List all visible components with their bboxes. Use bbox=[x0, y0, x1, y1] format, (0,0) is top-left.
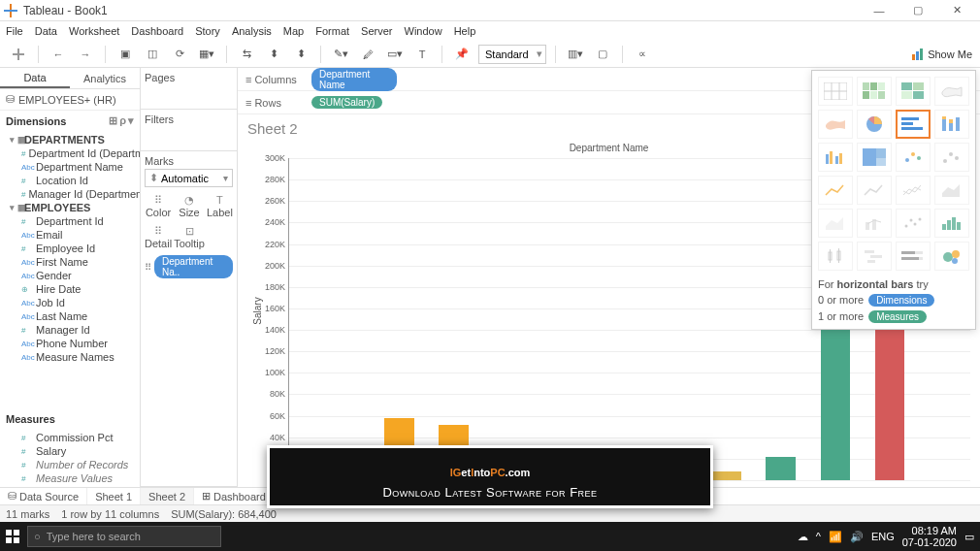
table-employees[interactable]: ▾ ▦EMPLOYEES bbox=[0, 201, 140, 214]
totals-icon[interactable]: ▭▾ bbox=[384, 44, 406, 65]
field-email[interactable]: AbcEmail bbox=[0, 228, 140, 242]
start-button[interactable] bbox=[6, 530, 19, 543]
field-hire-date[interactable]: ⊕Hire Date bbox=[0, 282, 140, 296]
pages-card[interactable]: Pages bbox=[141, 68, 237, 110]
menu-icon[interactable]: ▾ bbox=[128, 114, 134, 127]
highlight-icon[interactable]: ✎▾ bbox=[330, 44, 351, 65]
field-manager-id-dep[interactable]: #Manager Id (Departments) bbox=[0, 187, 140, 201]
field-measure-names[interactable]: AbcMeasure Names bbox=[0, 350, 140, 364]
tableau-icon[interactable] bbox=[8, 44, 29, 65]
sm-scatter[interactable] bbox=[896, 209, 931, 238]
sm-line-disc[interactable] bbox=[857, 176, 892, 205]
tray-notifications-icon[interactable]: ▭ bbox=[964, 531, 974, 543]
sm-box-plot[interactable] bbox=[818, 242, 853, 271]
redo-icon[interactable]: → bbox=[75, 44, 96, 65]
sm-stacked-bar[interactable] bbox=[934, 110, 969, 139]
tray-onedrive-icon[interactable]: ☁ bbox=[798, 531, 808, 543]
marks-size[interactable]: ◔Size bbox=[174, 191, 205, 220]
field-manager-id[interactable]: #Manager Id bbox=[0, 323, 140, 337]
menu-analysis[interactable]: Analysis bbox=[232, 25, 272, 37]
field-last-name[interactable]: AbcLast Name bbox=[0, 309, 140, 323]
group-icon[interactable]: 🖉 bbox=[357, 44, 378, 65]
share-icon[interactable]: ∝ bbox=[632, 44, 653, 65]
sm-circle-views[interactable] bbox=[896, 143, 931, 172]
measure-salary[interactable]: #Salary bbox=[0, 444, 140, 458]
sm-treemap[interactable] bbox=[857, 143, 892, 172]
menu-worksheet[interactable]: Worksheet bbox=[69, 25, 119, 37]
marks-label[interactable]: TLabel bbox=[207, 191, 233, 220]
field-gender[interactable]: AbcGender bbox=[0, 269, 140, 282]
measure-values[interactable]: #Measure Values bbox=[0, 471, 140, 485]
fit-select[interactable]: Standard bbox=[478, 45, 546, 64]
tab-sheet1[interactable]: Sheet 1 bbox=[87, 488, 141, 504]
sm-highlight-table[interactable] bbox=[896, 77, 931, 106]
table-departments[interactable]: ▾ ▦DEPARTMENTS bbox=[0, 133, 140, 146]
view-icon[interactable]: ⊞ bbox=[109, 114, 117, 127]
tab-data[interactable]: Data bbox=[0, 68, 70, 88]
sm-bullet[interactable] bbox=[896, 242, 931, 271]
tab-analytics[interactable]: Analytics bbox=[70, 68, 140, 88]
marks-color[interactable]: ⠿Color bbox=[145, 191, 172, 220]
undo-icon[interactable]: ← bbox=[48, 44, 69, 65]
swap-icon[interactable]: ⇆ bbox=[236, 44, 257, 65]
sm-pie[interactable] bbox=[857, 110, 892, 139]
columns-pill[interactable]: Department Name bbox=[311, 68, 397, 91]
sm-side-circle[interactable] bbox=[934, 143, 969, 172]
sm-dual-combo[interactable] bbox=[857, 209, 892, 238]
sm-packed-bubbles[interactable] bbox=[934, 242, 969, 271]
field-department-id[interactable]: #Department Id bbox=[0, 214, 140, 228]
menu-help[interactable]: Help bbox=[454, 25, 476, 37]
taskbar-search[interactable]: ○Type here to search bbox=[27, 526, 221, 547]
search-icon[interactable]: ρ bbox=[119, 114, 126, 127]
menu-format[interactable]: Format bbox=[315, 25, 349, 37]
tray-sound-icon[interactable]: 🔊 bbox=[850, 531, 864, 543]
sm-dual-line[interactable] bbox=[896, 176, 931, 205]
sm-side-bar[interactable] bbox=[818, 143, 853, 172]
field-department-id-dep[interactable]: #Department Id (Departm.. bbox=[0, 146, 140, 160]
sm-heat-map[interactable] bbox=[857, 77, 892, 106]
bar[interactable] bbox=[875, 315, 905, 480]
menu-file[interactable]: File bbox=[6, 25, 23, 37]
field-employee-id[interactable]: #Employee Id bbox=[0, 242, 140, 255]
new-worksheet-icon[interactable]: ▦▾ bbox=[196, 44, 217, 65]
measure-number-of-records[interactable]: #Number of Records bbox=[0, 458, 140, 471]
bar[interactable] bbox=[766, 457, 796, 480]
sm-filled-map[interactable] bbox=[818, 110, 853, 139]
filters-card[interactable]: Filters bbox=[141, 110, 237, 151]
presentation-icon[interactable]: ▢ bbox=[592, 44, 613, 65]
tray-wifi-icon[interactable]: 📶 bbox=[829, 531, 842, 543]
field-job-id[interactable]: AbcJob Id bbox=[0, 296, 140, 309]
tray-clock[interactable]: 08:19 AM07-01-2020 bbox=[902, 525, 957, 548]
new-datasource-icon[interactable]: ◫ bbox=[142, 44, 163, 65]
sm-area-cont[interactable] bbox=[934, 176, 969, 205]
tray-chevron-icon[interactable]: ^ bbox=[816, 531, 821, 542]
sm-line-cont[interactable] bbox=[818, 176, 853, 205]
sort-asc-icon[interactable]: ⬍ bbox=[263, 44, 284, 65]
sm-symbol-map[interactable] bbox=[934, 77, 969, 106]
refresh-icon[interactable]: ⟳ bbox=[169, 44, 190, 65]
sm-histogram[interactable] bbox=[934, 209, 969, 238]
maximize-button[interactable]: ▢ bbox=[898, 1, 937, 20]
showhide-icon[interactable]: ▥▾ bbox=[565, 44, 586, 65]
save-icon[interactable]: ▣ bbox=[114, 44, 136, 65]
sm-area-disc[interactable] bbox=[818, 209, 853, 238]
menu-story[interactable]: Story bbox=[195, 25, 220, 37]
menu-map[interactable]: Map bbox=[283, 25, 304, 37]
pin-icon[interactable]: 📌 bbox=[451, 44, 473, 65]
sm-gantt[interactable] bbox=[857, 242, 892, 271]
sort-desc-icon[interactable]: ⬍ bbox=[290, 44, 311, 65]
bar[interactable] bbox=[711, 471, 741, 480]
close-button[interactable]: ✕ bbox=[937, 1, 976, 20]
field-phone-number[interactable]: AbcPhone Number bbox=[0, 337, 140, 350]
field-department-name[interactable]: AbcDepartment Name bbox=[0, 160, 140, 174]
marks-pill[interactable]: ⠿Department Na.. bbox=[145, 255, 233, 278]
menu-window[interactable]: Window bbox=[405, 25, 442, 37]
minimize-button[interactable]: — bbox=[860, 1, 898, 20]
tray-lang[interactable]: ENG bbox=[871, 531, 895, 542]
tab-sheet2[interactable]: Sheet 2 bbox=[141, 488, 194, 504]
marks-type-select[interactable]: ⬍Automatic bbox=[145, 169, 233, 187]
marks-tooltip[interactable]: ⊡Tooltip bbox=[174, 222, 205, 251]
menu-server[interactable]: Server bbox=[361, 25, 392, 37]
sm-text-table[interactable] bbox=[818, 77, 853, 106]
tab-data-source[interactable]: ⛁Data Source bbox=[0, 488, 87, 504]
